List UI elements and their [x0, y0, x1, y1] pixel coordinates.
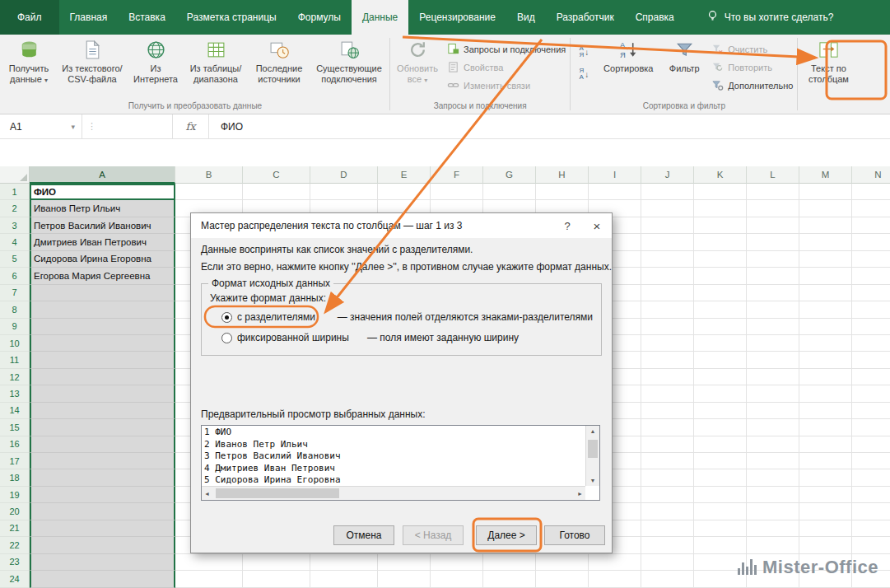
cell-J20[interactable] — [641, 503, 694, 520]
cell-A18[interactable] — [30, 469, 175, 486]
cell-J16[interactable] — [641, 436, 694, 453]
cell-B1[interactable] — [175, 184, 243, 200]
name-box-splitter[interactable]: ⋮ — [82, 114, 173, 138]
cell-M6[interactable] — [799, 268, 852, 284]
cell-J17[interactable] — [641, 453, 694, 469]
cell-A7[interactable] — [30, 285, 175, 301]
cell-K12[interactable] — [694, 369, 747, 385]
sort-descending-button[interactable]: Я А ↓ — [574, 65, 594, 83]
cell-M15[interactable] — [799, 419, 852, 436]
column-header-H[interactable]: H — [536, 166, 589, 184]
cell-L16[interactable] — [747, 436, 799, 453]
row-header-15[interactable]: 15 — [0, 419, 30, 436]
cell-J2[interactable] — [641, 200, 694, 217]
cell-N12[interactable] — [852, 369, 890, 385]
cell-M3[interactable] — [799, 217, 852, 234]
cell-K3[interactable] — [694, 217, 747, 234]
cell-N16[interactable] — [852, 436, 890, 453]
row-header-4[interactable]: 4 — [0, 234, 30, 250]
cell-L17[interactable] — [747, 453, 799, 469]
from-web-button[interactable]: Из Интернета — [128, 37, 183, 98]
cell-A14[interactable] — [30, 403, 175, 419]
cell-K7[interactable] — [694, 285, 747, 301]
cell-K15[interactable] — [694, 419, 747, 436]
cell-J1[interactable] — [641, 184, 694, 200]
row-header-19[interactable]: 19 — [0, 487, 30, 503]
cell-F24[interactable] — [431, 571, 483, 587]
cell-N17[interactable] — [852, 453, 890, 469]
row-header-5[interactable]: 5 — [0, 251, 30, 268]
cell-M22[interactable] — [799, 537, 852, 553]
cell-M5[interactable] — [799, 251, 852, 268]
scroll-down-icon[interactable]: ▼ — [588, 475, 599, 486]
cell-J15[interactable] — [641, 419, 694, 436]
cell-M7[interactable] — [799, 285, 852, 301]
horizontal-scroll-thumb[interactable] — [216, 488, 339, 498]
row-header-17[interactable]: 17 — [0, 453, 30, 469]
back-button[interactable]: < Назад — [403, 525, 464, 545]
cell-M11[interactable] — [799, 352, 852, 368]
cell-L11[interactable] — [747, 352, 799, 368]
cell-A6[interactable]: Егорова Мария Сергеевна — [30, 268, 175, 284]
cell-K11[interactable] — [694, 352, 747, 368]
cell-N6[interactable] — [852, 268, 890, 284]
cell-J7[interactable] — [641, 285, 694, 301]
next-button[interactable]: Далее > — [476, 525, 537, 545]
cell-N4[interactable] — [852, 234, 890, 250]
get-data-button[interactable]: Получить данные ▾ — [2, 37, 56, 98]
properties-button[interactable]: Свойства — [447, 60, 566, 75]
cell-J6[interactable] — [641, 268, 694, 284]
cell-M20[interactable] — [799, 503, 852, 520]
row-header-16[interactable]: 16 — [0, 436, 30, 453]
queries-connections-button[interactable]: Запросы и подключения — [447, 42, 566, 57]
cell-J24[interactable] — [641, 571, 694, 587]
column-header-C[interactable]: C — [243, 166, 310, 184]
cell-F1[interactable] — [431, 184, 483, 200]
cell-L10[interactable] — [747, 335, 799, 352]
filter-button[interactable]: Фильтр — [660, 37, 708, 98]
tab-insert[interactable]: Вставка — [118, 0, 176, 35]
cell-A10[interactable] — [30, 335, 175, 352]
cell-A11[interactable] — [30, 352, 175, 368]
insert-function-button[interactable]: fx — [173, 114, 209, 138]
cell-C1[interactable] — [243, 184, 310, 200]
cell-K5[interactable] — [694, 251, 747, 268]
cell-A5[interactable]: Сидорова Ирина Егоровна — [30, 251, 175, 268]
row-header-3[interactable]: 3 — [0, 217, 30, 234]
column-header-J[interactable]: J — [641, 166, 694, 184]
cell-M1[interactable] — [799, 184, 852, 200]
dialog-title-bar[interactable]: Мастер распределения текста по столбцам … — [191, 213, 612, 238]
cell-K1[interactable] — [694, 184, 747, 200]
cell-N14[interactable] — [852, 403, 890, 419]
cell-J14[interactable] — [641, 403, 694, 419]
cell-M16[interactable] — [799, 436, 852, 453]
column-header-L[interactable]: L — [747, 166, 799, 184]
cell-I23[interactable] — [589, 554, 641, 571]
cell-K16[interactable] — [694, 436, 747, 453]
row-header-10[interactable]: 10 — [0, 335, 30, 352]
cell-J19[interactable] — [641, 487, 694, 503]
cell-K22[interactable] — [694, 537, 747, 553]
cell-M19[interactable] — [799, 487, 852, 503]
from-table-range-button[interactable]: Из таблицы/ диапазона — [183, 37, 249, 98]
finish-button[interactable]: Готово — [544, 525, 605, 545]
cell-A1[interactable]: ФИО — [30, 184, 175, 200]
cell-N9[interactable] — [852, 319, 890, 335]
cell-M4[interactable] — [799, 234, 852, 250]
cell-J23[interactable] — [641, 554, 694, 571]
column-header-E[interactable]: E — [378, 166, 431, 184]
cell-N19[interactable] — [852, 487, 890, 503]
cell-N18[interactable] — [852, 469, 890, 486]
row-header-21[interactable]: 21 — [0, 520, 30, 537]
cell-K17[interactable] — [694, 453, 747, 469]
cell-A16[interactable] — [30, 436, 175, 453]
cell-K13[interactable] — [694, 385, 747, 402]
cell-A20[interactable] — [30, 503, 175, 520]
cell-M9[interactable] — [799, 319, 852, 335]
tab-developer[interactable]: Разработчик — [546, 0, 625, 35]
cell-J21[interactable] — [641, 520, 694, 537]
cell-N10[interactable] — [852, 335, 890, 352]
scroll-up-icon[interactable]: ▲ — [588, 426, 599, 436]
cell-L12[interactable] — [747, 369, 799, 385]
row-header-23[interactable]: 23 — [0, 554, 30, 571]
